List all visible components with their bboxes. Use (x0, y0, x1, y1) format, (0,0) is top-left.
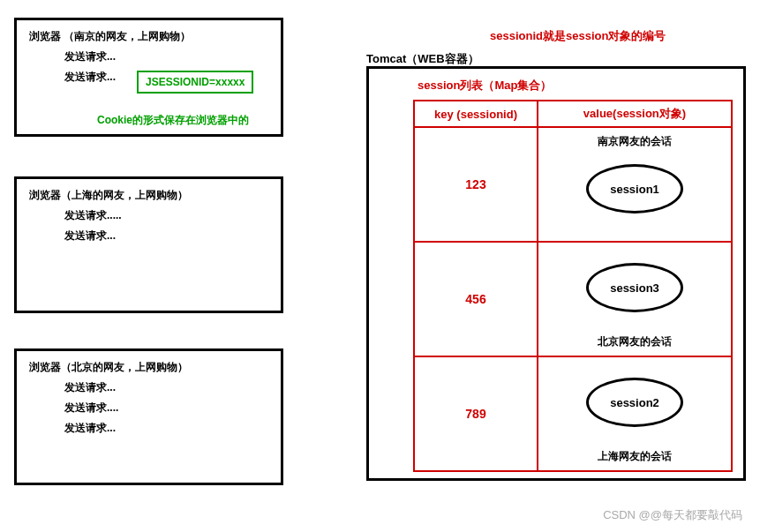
table-header-value: value(session对象) (538, 101, 732, 127)
table-row: 789 session2 上海网友的会话 (414, 356, 732, 471)
request-line: 发送请求... (64, 229, 268, 244)
session-name: session2 (610, 396, 659, 409)
session-ellipse: session1 (586, 164, 683, 214)
key-cell: 456 (414, 242, 538, 356)
session-list-title: session列表（Map集合） (418, 78, 552, 94)
browser-title: 浏览器 （南京的网友，上网购物） (29, 29, 268, 44)
browser-box-shanghai: 浏览器（上海的网友，上网购物） 发送请求..... 发送请求... (14, 176, 283, 313)
request-line: 发送请求... (64, 49, 268, 64)
value-cell: session2 上海网友的会话 (538, 356, 732, 471)
cookie-box: JSESSIONID=xxxxx (137, 71, 253, 94)
value-cell: 南京网友的会话 session1 (538, 127, 732, 242)
value-label: 南京网友的会话 (539, 134, 730, 149)
sessionid-note: sessionid就是session对象的编号 (490, 28, 666, 44)
value-label: 北京网友的会话 (539, 334, 730, 349)
table-header-key: key (sessionid) (414, 101, 538, 127)
session-name: session3 (610, 281, 659, 295)
key-cell: 789 (414, 356, 538, 471)
cookie-note: Cookie的形式保存在浏览器中的 (97, 113, 249, 128)
session-ellipse: session3 (586, 263, 683, 312)
tomcat-title: Tomcat（WEB容器） (366, 51, 479, 67)
tomcat-box: session列表（Map集合） key (sessionid) value(s… (366, 66, 746, 481)
request-line: 发送请求... (64, 380, 268, 395)
session-name: session1 (610, 183, 659, 196)
key-cell: 123 (414, 127, 538, 242)
request-line: 发送请求..... (64, 208, 268, 223)
session-ellipse: session2 (586, 378, 683, 427)
session-table: key (sessionid) value(session对象) 123 南京网… (413, 100, 733, 472)
value-cell: session3 北京网友的会话 (538, 242, 732, 356)
value-label: 上海网友的会话 (539, 449, 730, 464)
table-row: 456 session3 北京网友的会话 (414, 242, 732, 356)
table-row: 123 南京网友的会话 session1 (414, 127, 732, 242)
browser-box-beijing: 浏览器（北京的网友，上网购物） 发送请求... 发送请求.... 发送请求... (14, 348, 283, 485)
browser-title: 浏览器（北京的网友，上网购物） (29, 360, 268, 375)
browser-title: 浏览器（上海的网友，上网购物） (29, 188, 268, 203)
request-line: 发送请求... (64, 421, 268, 436)
watermark: CSDN @@每天都要敲代码 (603, 507, 742, 523)
request-line: 发送请求.... (64, 401, 268, 416)
